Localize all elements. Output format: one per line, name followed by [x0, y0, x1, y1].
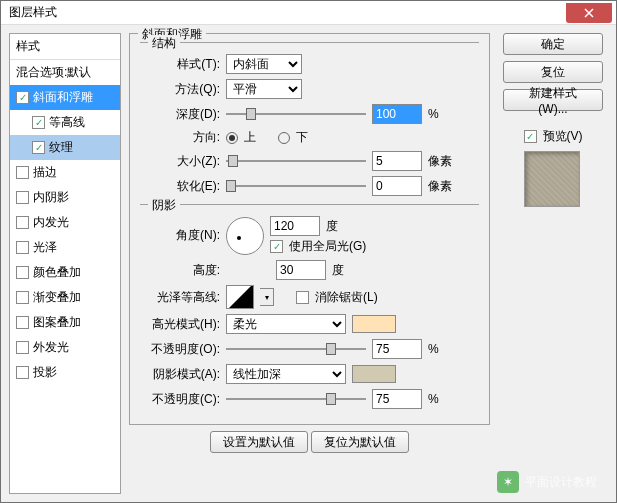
list-item[interactable]: 外发光: [10, 335, 120, 360]
titlebar: 图层样式: [1, 1, 616, 25]
gloss-contour-swatch[interactable]: [226, 285, 254, 309]
new-style-button[interactable]: 新建样式(W)...: [503, 89, 603, 111]
soften-slider[interactable]: [226, 177, 366, 195]
list-item[interactable]: 颜色叠加: [10, 260, 120, 285]
angle-control[interactable]: [226, 217, 264, 255]
list-item[interactable]: 斜面和浮雕: [10, 85, 120, 110]
preview-group: 预览(V): [524, 123, 583, 207]
depth-label: 深度(D):: [140, 106, 220, 123]
checkbox-icon[interactable]: [16, 166, 29, 179]
checkbox-icon[interactable]: [16, 191, 29, 204]
ok-button[interactable]: 确定: [503, 33, 603, 55]
checkbox-icon[interactable]: [16, 91, 29, 104]
depth-slider[interactable]: [226, 105, 366, 123]
reset-default-button[interactable]: 复位为默认值: [311, 431, 409, 453]
list-item[interactable]: 投影: [10, 360, 120, 385]
shading-legend: 阴影: [148, 197, 180, 214]
wechat-icon: ✶: [497, 471, 519, 493]
direction-label: 方向:: [140, 129, 220, 146]
style-label: 样式(T):: [140, 56, 220, 73]
global-light-checkbox[interactable]: [270, 240, 283, 253]
right-panel: 确定 复位 新建样式(W)... 预览(V): [498, 33, 608, 494]
list-item[interactable]: 等高线: [10, 110, 120, 135]
altitude-label: 高度:: [140, 262, 220, 279]
highlight-mode-select[interactable]: 柔光: [226, 314, 346, 334]
list-item[interactable]: 纹理: [10, 135, 120, 160]
list-item[interactable]: 描边: [10, 160, 120, 185]
shadow-opacity-slider[interactable]: [226, 390, 366, 408]
make-default-button[interactable]: 设置为默认值: [210, 431, 308, 453]
angle-input[interactable]: [270, 216, 320, 236]
cancel-button[interactable]: 复位: [503, 61, 603, 83]
settings-panel: 斜面和浮雕 结构 样式(T):内斜面 方法(Q):平滑 深度(D):% 方向:上…: [129, 33, 490, 494]
shadow-opacity-input[interactable]: [372, 389, 422, 409]
size-label: 大小(Z):: [140, 153, 220, 170]
checkbox-icon[interactable]: [16, 241, 29, 254]
gloss-label: 光泽等高线:: [140, 289, 220, 306]
list-item[interactable]: 渐变叠加: [10, 285, 120, 310]
checkbox-icon[interactable]: [16, 266, 29, 279]
technique-select[interactable]: 平滑: [226, 79, 302, 99]
list-item[interactable]: 图案叠加: [10, 310, 120, 335]
checkbox-icon[interactable]: [32, 116, 45, 129]
list-item[interactable]: 光泽: [10, 235, 120, 260]
styles-list: 样式 混合选项:默认 斜面和浮雕 等高线 纹理 描边 内阴影 内发光 光泽 颜色…: [9, 33, 121, 494]
shadow-mode-select[interactable]: 线性加深: [226, 364, 346, 384]
checkbox-icon[interactable]: [32, 141, 45, 154]
highlight-opacity-input[interactable]: [372, 339, 422, 359]
checkbox-icon[interactable]: [16, 366, 29, 379]
highlight-opacity-label: 不透明度(O):: [140, 341, 220, 358]
structure-legend: 结构: [148, 35, 180, 52]
layer-style-dialog: 图层样式 样式 混合选项:默认 斜面和浮雕 等高线 纹理 描边 内阴影 内发光 …: [0, 0, 617, 503]
technique-label: 方法(Q):: [140, 81, 220, 98]
list-item[interactable]: 内发光: [10, 210, 120, 235]
checkbox-icon[interactable]: [16, 216, 29, 229]
watermark: ✶ 平面设计教程: [497, 471, 597, 493]
size-slider[interactable]: [226, 152, 366, 170]
preview-swatch: [524, 151, 580, 207]
shadow-mode-label: 阴影模式(A):: [140, 366, 220, 383]
direction-up-radio[interactable]: [226, 132, 238, 144]
gloss-contour-dropdown[interactable]: [260, 288, 274, 306]
direction-down-radio[interactable]: [278, 132, 290, 144]
dialog-title: 图层样式: [5, 4, 566, 21]
bevel-group: 斜面和浮雕 结构 样式(T):内斜面 方法(Q):平滑 深度(D):% 方向:上…: [129, 33, 490, 425]
checkbox-icon[interactable]: [16, 291, 29, 304]
altitude-input[interactable]: [276, 260, 326, 280]
preview-checkbox[interactable]: [524, 130, 537, 143]
depth-input[interactable]: [372, 104, 422, 124]
size-input[interactable]: [372, 151, 422, 171]
highlight-opacity-slider[interactable]: [226, 340, 366, 358]
style-select[interactable]: 内斜面: [226, 54, 302, 74]
soften-label: 软化(E):: [140, 178, 220, 195]
blend-options-item[interactable]: 混合选项:默认: [10, 60, 120, 85]
checkbox-icon[interactable]: [16, 316, 29, 329]
soften-input[interactable]: [372, 176, 422, 196]
highlight-mode-label: 高光模式(H):: [140, 316, 220, 333]
highlight-color-swatch[interactable]: [352, 315, 396, 333]
checkbox-icon[interactable]: [16, 341, 29, 354]
close-icon: [584, 8, 594, 18]
shadow-color-swatch[interactable]: [352, 365, 396, 383]
structure-group: 结构 样式(T):内斜面 方法(Q):平滑 深度(D):% 方向:上下 大小(Z…: [140, 42, 479, 196]
list-item[interactable]: 内阴影: [10, 185, 120, 210]
close-button[interactable]: [566, 3, 612, 23]
shading-group: 阴影 角度(N): 度 使用全局光(G) 高度:度 光泽等高线:消除锯齿(L) …: [140, 204, 479, 409]
shadow-opacity-label: 不透明度(C):: [140, 391, 220, 408]
antialias-checkbox[interactable]: [296, 291, 309, 304]
angle-label: 角度(N):: [140, 227, 220, 244]
styles-header: 样式: [10, 34, 120, 60]
